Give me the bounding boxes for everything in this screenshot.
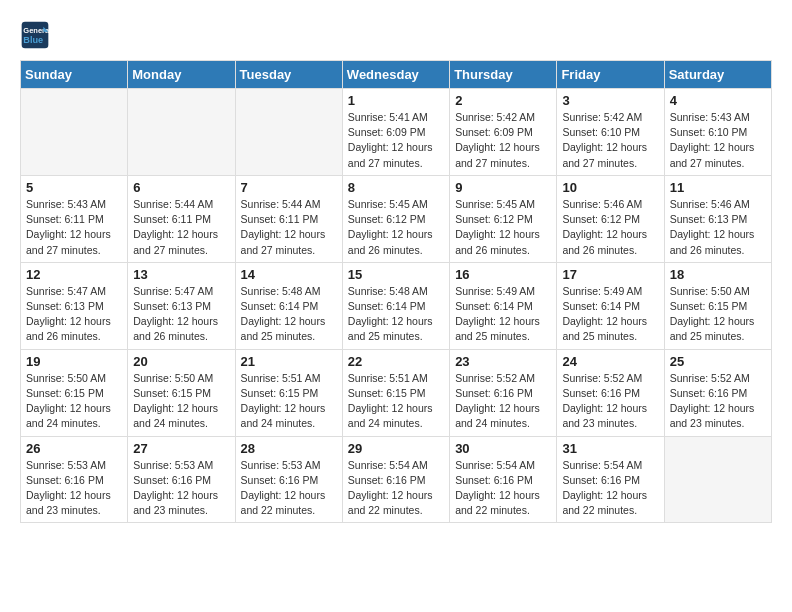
calendar-cell: 25Sunrise: 5:52 AM Sunset: 6:16 PM Dayli… <box>664 349 771 436</box>
calendar-cell: 19Sunrise: 5:50 AM Sunset: 6:15 PM Dayli… <box>21 349 128 436</box>
day-number: 25 <box>670 354 766 369</box>
day-number: 24 <box>562 354 658 369</box>
calendar-cell: 5Sunrise: 5:43 AM Sunset: 6:11 PM Daylig… <box>21 175 128 262</box>
day-info: Sunrise: 5:50 AM Sunset: 6:15 PM Dayligh… <box>133 371 229 432</box>
calendar-cell <box>21 89 128 176</box>
day-info: Sunrise: 5:51 AM Sunset: 6:15 PM Dayligh… <box>348 371 444 432</box>
day-number: 10 <box>562 180 658 195</box>
day-number: 22 <box>348 354 444 369</box>
day-number: 31 <box>562 441 658 456</box>
calendar-cell: 31Sunrise: 5:54 AM Sunset: 6:16 PM Dayli… <box>557 436 664 523</box>
weekday-header: Monday <box>128 61 235 89</box>
day-number: 18 <box>670 267 766 282</box>
day-info: Sunrise: 5:42 AM Sunset: 6:09 PM Dayligh… <box>455 110 551 171</box>
calendar-cell: 18Sunrise: 5:50 AM Sunset: 6:15 PM Dayli… <box>664 262 771 349</box>
day-number: 1 <box>348 93 444 108</box>
calendar-week-row: 19Sunrise: 5:50 AM Sunset: 6:15 PM Dayli… <box>21 349 772 436</box>
day-number: 26 <box>26 441 122 456</box>
day-info: Sunrise: 5:48 AM Sunset: 6:14 PM Dayligh… <box>241 284 337 345</box>
logo: General Blue <box>20 20 54 50</box>
day-info: Sunrise: 5:50 AM Sunset: 6:15 PM Dayligh… <box>26 371 122 432</box>
day-number: 20 <box>133 354 229 369</box>
calendar-cell: 23Sunrise: 5:52 AM Sunset: 6:16 PM Dayli… <box>450 349 557 436</box>
calendar-week-row: 5Sunrise: 5:43 AM Sunset: 6:11 PM Daylig… <box>21 175 772 262</box>
day-number: 12 <box>26 267 122 282</box>
day-info: Sunrise: 5:52 AM Sunset: 6:16 PM Dayligh… <box>455 371 551 432</box>
day-info: Sunrise: 5:53 AM Sunset: 6:16 PM Dayligh… <box>133 458 229 519</box>
calendar-cell: 22Sunrise: 5:51 AM Sunset: 6:15 PM Dayli… <box>342 349 449 436</box>
calendar-cell: 29Sunrise: 5:54 AM Sunset: 6:16 PM Dayli… <box>342 436 449 523</box>
day-info: Sunrise: 5:53 AM Sunset: 6:16 PM Dayligh… <box>241 458 337 519</box>
day-info: Sunrise: 5:44 AM Sunset: 6:11 PM Dayligh… <box>241 197 337 258</box>
day-number: 21 <box>241 354 337 369</box>
calendar-cell: 4Sunrise: 5:43 AM Sunset: 6:10 PM Daylig… <box>664 89 771 176</box>
page-header: General Blue <box>20 20 772 50</box>
day-info: Sunrise: 5:41 AM Sunset: 6:09 PM Dayligh… <box>348 110 444 171</box>
day-info: Sunrise: 5:43 AM Sunset: 6:11 PM Dayligh… <box>26 197 122 258</box>
calendar-cell: 8Sunrise: 5:45 AM Sunset: 6:12 PM Daylig… <box>342 175 449 262</box>
svg-text:Blue: Blue <box>23 35 43 45</box>
calendar-cell: 27Sunrise: 5:53 AM Sunset: 6:16 PM Dayli… <box>128 436 235 523</box>
day-number: 13 <box>133 267 229 282</box>
day-info: Sunrise: 5:47 AM Sunset: 6:13 PM Dayligh… <box>26 284 122 345</box>
day-number: 11 <box>670 180 766 195</box>
day-number: 19 <box>26 354 122 369</box>
calendar-cell: 17Sunrise: 5:49 AM Sunset: 6:14 PM Dayli… <box>557 262 664 349</box>
calendar-cell: 13Sunrise: 5:47 AM Sunset: 6:13 PM Dayli… <box>128 262 235 349</box>
calendar-week-row: 12Sunrise: 5:47 AM Sunset: 6:13 PM Dayli… <box>21 262 772 349</box>
calendar-cell: 28Sunrise: 5:53 AM Sunset: 6:16 PM Dayli… <box>235 436 342 523</box>
calendar-cell: 10Sunrise: 5:46 AM Sunset: 6:12 PM Dayli… <box>557 175 664 262</box>
day-number: 23 <box>455 354 551 369</box>
day-info: Sunrise: 5:45 AM Sunset: 6:12 PM Dayligh… <box>455 197 551 258</box>
day-info: Sunrise: 5:54 AM Sunset: 6:16 PM Dayligh… <box>348 458 444 519</box>
calendar-week-row: 26Sunrise: 5:53 AM Sunset: 6:16 PM Dayli… <box>21 436 772 523</box>
day-number: 8 <box>348 180 444 195</box>
day-info: Sunrise: 5:54 AM Sunset: 6:16 PM Dayligh… <box>562 458 658 519</box>
calendar-cell: 9Sunrise: 5:45 AM Sunset: 6:12 PM Daylig… <box>450 175 557 262</box>
day-number: 15 <box>348 267 444 282</box>
calendar-cell: 16Sunrise: 5:49 AM Sunset: 6:14 PM Dayli… <box>450 262 557 349</box>
day-info: Sunrise: 5:46 AM Sunset: 6:13 PM Dayligh… <box>670 197 766 258</box>
day-number: 5 <box>26 180 122 195</box>
day-number: 27 <box>133 441 229 456</box>
weekday-header: Thursday <box>450 61 557 89</box>
day-number: 4 <box>670 93 766 108</box>
calendar-cell: 2Sunrise: 5:42 AM Sunset: 6:09 PM Daylig… <box>450 89 557 176</box>
calendar-cell: 11Sunrise: 5:46 AM Sunset: 6:13 PM Dayli… <box>664 175 771 262</box>
calendar-cell: 14Sunrise: 5:48 AM Sunset: 6:14 PM Dayli… <box>235 262 342 349</box>
calendar-cell: 12Sunrise: 5:47 AM Sunset: 6:13 PM Dayli… <box>21 262 128 349</box>
calendar-cell: 21Sunrise: 5:51 AM Sunset: 6:15 PM Dayli… <box>235 349 342 436</box>
day-info: Sunrise: 5:50 AM Sunset: 6:15 PM Dayligh… <box>670 284 766 345</box>
calendar-cell: 1Sunrise: 5:41 AM Sunset: 6:09 PM Daylig… <box>342 89 449 176</box>
weekday-header: Sunday <box>21 61 128 89</box>
day-number: 2 <box>455 93 551 108</box>
weekday-header: Tuesday <box>235 61 342 89</box>
weekday-header-row: SundayMondayTuesdayWednesdayThursdayFrid… <box>21 61 772 89</box>
day-info: Sunrise: 5:45 AM Sunset: 6:12 PM Dayligh… <box>348 197 444 258</box>
weekday-header: Friday <box>557 61 664 89</box>
calendar-week-row: 1Sunrise: 5:41 AM Sunset: 6:09 PM Daylig… <box>21 89 772 176</box>
day-number: 17 <box>562 267 658 282</box>
calendar-cell: 15Sunrise: 5:48 AM Sunset: 6:14 PM Dayli… <box>342 262 449 349</box>
calendar-cell: 3Sunrise: 5:42 AM Sunset: 6:10 PM Daylig… <box>557 89 664 176</box>
day-number: 30 <box>455 441 551 456</box>
calendar-cell: 26Sunrise: 5:53 AM Sunset: 6:16 PM Dayli… <box>21 436 128 523</box>
day-info: Sunrise: 5:43 AM Sunset: 6:10 PM Dayligh… <box>670 110 766 171</box>
calendar-cell: 30Sunrise: 5:54 AM Sunset: 6:16 PM Dayli… <box>450 436 557 523</box>
calendar-cell: 24Sunrise: 5:52 AM Sunset: 6:16 PM Dayli… <box>557 349 664 436</box>
calendar-cell <box>128 89 235 176</box>
calendar-table: SundayMondayTuesdayWednesdayThursdayFrid… <box>20 60 772 523</box>
weekday-header: Wednesday <box>342 61 449 89</box>
day-number: 3 <box>562 93 658 108</box>
day-number: 14 <box>241 267 337 282</box>
weekday-header: Saturday <box>664 61 771 89</box>
day-info: Sunrise: 5:54 AM Sunset: 6:16 PM Dayligh… <box>455 458 551 519</box>
day-info: Sunrise: 5:49 AM Sunset: 6:14 PM Dayligh… <box>562 284 658 345</box>
day-number: 28 <box>241 441 337 456</box>
day-info: Sunrise: 5:52 AM Sunset: 6:16 PM Dayligh… <box>562 371 658 432</box>
day-info: Sunrise: 5:48 AM Sunset: 6:14 PM Dayligh… <box>348 284 444 345</box>
day-info: Sunrise: 5:49 AM Sunset: 6:14 PM Dayligh… <box>455 284 551 345</box>
calendar-cell: 6Sunrise: 5:44 AM Sunset: 6:11 PM Daylig… <box>128 175 235 262</box>
day-number: 6 <box>133 180 229 195</box>
calendar-cell: 7Sunrise: 5:44 AM Sunset: 6:11 PM Daylig… <box>235 175 342 262</box>
